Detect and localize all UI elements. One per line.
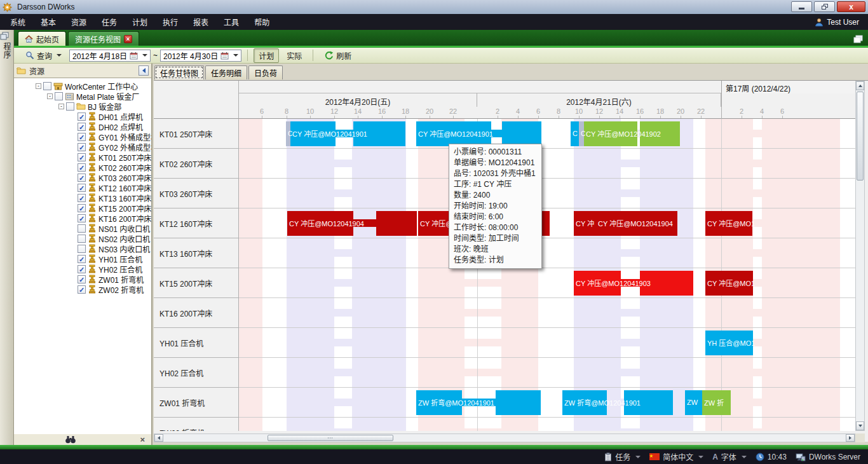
tab-close-icon[interactable]: × — [124, 35, 132, 43]
tree-item[interactable]: ✓DH02 点焊机 — [14, 121, 151, 132]
scroll-right-button[interactable] — [846, 434, 855, 442]
menu-item-1[interactable]: 基本 — [33, 14, 64, 30]
tree-item[interactable]: ✓DH01 点焊机 — [14, 111, 151, 121]
tree-item[interactable]: -WorkCenter 工作中心 — [14, 81, 151, 91]
tree-item[interactable]: -Metal Plate 钣金厂 — [14, 91, 151, 101]
tree-checkbox[interactable] — [78, 235, 86, 243]
close-button[interactable]: x — [837, 1, 865, 12]
tree-item[interactable]: ✓YH01 压合机 — [14, 254, 151, 264]
tree-item[interactable]: ✓KT12 160T冲床 — [14, 182, 151, 193]
menu-item-3[interactable]: 任务 — [94, 14, 125, 30]
tree-item[interactable]: NS01 内收口机 — [14, 223, 151, 233]
collapse-panel-button[interactable] — [139, 65, 149, 76]
status-item-3[interactable]: 10:43 — [756, 453, 787, 461]
date-to-dropdown-arrow-icon[interactable] — [233, 54, 238, 57]
date-from-field[interactable]: 2012年 4月18日 — [69, 50, 151, 62]
tree-expander-icon[interactable]: - — [58, 104, 64, 109]
tree-item[interactable]: ✓KT02 260T冲床 — [14, 162, 151, 172]
query-dropdown-arrow-icon[interactable] — [57, 54, 62, 57]
tree-item[interactable]: ✓KT15 200T冲床 — [14, 203, 151, 213]
tree-item[interactable]: ✓KT01 250T冲床 — [14, 152, 151, 162]
cascade-windows-icon[interactable] — [853, 35, 863, 43]
tree-checkbox[interactable]: ✓ — [78, 285, 86, 294]
tree-item[interactable]: ✓YH02 压合机 — [14, 264, 151, 274]
status-item-2[interactable]: A字体 — [712, 451, 747, 462]
menu-item-2[interactable]: 资源 — [64, 14, 94, 30]
tree-checkbox[interactable]: ✓ — [78, 174, 86, 182]
tab-resource-task-view[interactable]: 资源任务视图× — [68, 31, 139, 46]
menu-item-8[interactable]: 帮助 — [247, 14, 277, 30]
task-bar[interactable] — [376, 211, 417, 236]
status-dropdown-arrow-icon[interactable] — [742, 456, 747, 458]
task-bar[interactable] — [502, 121, 541, 146]
side-panel-strip[interactable]: 程序 — [0, 30, 14, 445]
query-button[interactable]: 查询 — [20, 48, 67, 63]
plan-toggle-button[interactable]: 计划 — [254, 48, 279, 63]
tree-checkbox[interactable] — [43, 82, 51, 90]
status-item-0[interactable]: 任务 — [604, 451, 641, 462]
task-bar[interactable] — [496, 390, 541, 415]
tree-checkbox[interactable]: ✓ — [78, 153, 86, 161]
restore-button[interactable] — [814, 1, 835, 12]
tree-item[interactable]: ✓KT13 160T冲床 — [14, 193, 151, 203]
view-tab-0[interactable]: 任务甘特图 — [154, 65, 204, 79]
view-tab-1[interactable]: 任务明细 — [205, 65, 247, 79]
tree-item[interactable]: ✓KT16 200T冲床 — [14, 213, 151, 223]
menu-item-0[interactable]: 系统 — [3, 14, 33, 30]
tree-checkbox[interactable] — [78, 224, 86, 233]
scroll-left-button[interactable] — [154, 434, 163, 442]
tree-item[interactable]: ✓GY02 外桶成型机 — [14, 142, 151, 152]
vertical-scroll-thumb[interactable] — [857, 92, 864, 181]
tree-item[interactable]: -BJ 钣金部 — [14, 101, 151, 111]
tree-expander-icon[interactable]: - — [36, 83, 41, 89]
tree-item[interactable]: NS03 内收口机 — [14, 243, 151, 254]
menu-item-7[interactable]: 工具 — [216, 14, 247, 30]
tree-checkbox[interactable]: ✓ — [78, 133, 86, 141]
minimize-button[interactable] — [791, 1, 812, 12]
shift-band — [334, 428, 352, 431]
tree-checkbox[interactable] — [55, 92, 63, 100]
horizontal-scroll-thumb[interactable] — [268, 435, 393, 441]
tree-checkbox[interactable]: ✓ — [78, 214, 86, 222]
tree-checkbox[interactable]: ✓ — [78, 123, 86, 131]
tab-home[interactable]: 起始页 — [18, 31, 66, 46]
clear-filter-icon[interactable]: × — [140, 435, 145, 444]
scroll-up-button[interactable] — [856, 81, 864, 90]
tree-item[interactable]: ✓KT03 260T冲床 — [14, 172, 151, 182]
tree-item[interactable]: ✓ZW02 折弯机 — [14, 284, 151, 294]
tree-checkbox[interactable]: ✓ — [78, 113, 86, 121]
tree-checkbox[interactable]: ✓ — [78, 275, 86, 283]
status-dropdown-arrow-icon[interactable] — [698, 456, 703, 458]
tree-checkbox[interactable]: ✓ — [78, 163, 86, 172]
tree-checkbox[interactable]: ✓ — [78, 194, 86, 202]
tree-checkbox[interactable] — [66, 102, 74, 111]
vertical-scrollbar[interactable] — [855, 81, 865, 431]
tree-item[interactable]: ✓GY01 外桶成型机 — [14, 132, 151, 142]
horizontal-scrollbar[interactable] — [154, 433, 855, 442]
date-to-field[interactable]: 2012年 4月30日 — [160, 50, 241, 62]
tree-checkbox[interactable]: ✓ — [78, 184, 86, 192]
refresh-button[interactable]: 刷新 — [319, 48, 356, 63]
tree-checkbox[interactable]: ✓ — [78, 265, 86, 273]
tree-item[interactable]: ✓ZW01 折弯机 — [14, 274, 151, 284]
menu-item-4[interactable]: 计划 — [125, 14, 155, 30]
shift-band — [762, 418, 840, 431]
menu-item-5[interactable]: 执行 — [155, 14, 186, 30]
tree-checkbox[interactable]: ✓ — [78, 204, 86, 212]
tree-checkbox[interactable]: ✓ — [78, 143, 86, 151]
status-item-1[interactable]: 简体中文 — [649, 451, 703, 462]
scroll-down-button[interactable] — [856, 421, 864, 430]
tree-checkbox[interactable] — [78, 245, 86, 253]
tree-expander-icon[interactable]: - — [47, 93, 53, 99]
status-item-4[interactable]: DWorks Server — [796, 453, 860, 461]
view-tab-2[interactable]: 日负荷 — [248, 65, 283, 79]
tree-checkbox[interactable]: ✓ — [78, 255, 86, 263]
clipboard-icon — [604, 453, 612, 461]
actual-toggle-button[interactable]: 实际 — [281, 48, 307, 63]
gantt-hour-tick: 18 — [402, 107, 409, 115]
date-from-dropdown-arrow-icon[interactable] — [142, 54, 147, 57]
menu-item-6[interactable]: 报表 — [186, 14, 216, 30]
binoculars-icon[interactable] — [65, 435, 76, 444]
tree-item[interactable]: NS02 内收口机 — [14, 233, 151, 243]
status-dropdown-arrow-icon[interactable] — [635, 456, 641, 458]
